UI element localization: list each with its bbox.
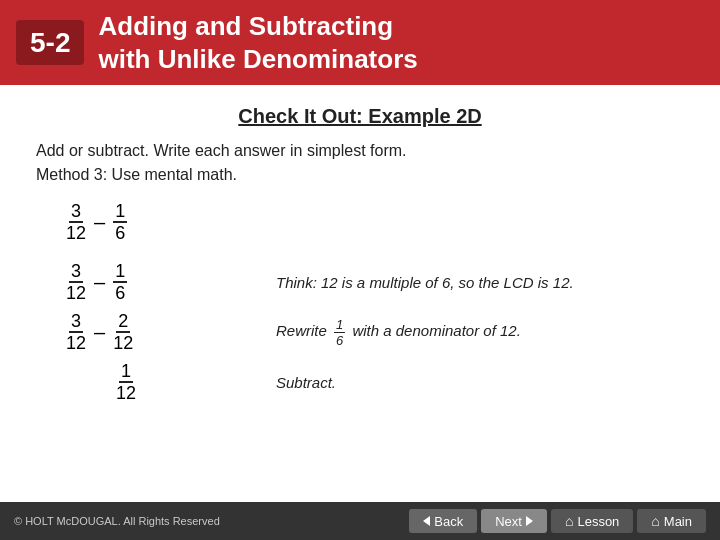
step-3-math: 1 12 bbox=[66, 362, 246, 402]
main-content: Check It Out: Example 2D Add or subtract… bbox=[0, 85, 720, 412]
main-button[interactable]: ⌂ Main bbox=[637, 509, 706, 533]
section-title: Check It Out: Example 2D bbox=[36, 105, 684, 128]
fraction-1: 3 12 bbox=[66, 202, 86, 242]
fraction-2: 1 6 bbox=[113, 202, 127, 242]
operator: – bbox=[94, 211, 105, 234]
step-2: 3 12 – 2 12 Rewrite 16 with a denominato… bbox=[66, 312, 684, 352]
step-3-explanation: Subtract. bbox=[276, 374, 684, 391]
step-1-math: 3 12 – 1 6 bbox=[66, 262, 246, 302]
problem-display: 3 12 – 1 6 bbox=[66, 202, 684, 242]
step-1-explanation: Think: 12 is a multiple of 6, so the LCD… bbox=[276, 274, 684, 291]
steps-container: 3 12 – 1 6 Think: 12 is a multiple of 6,… bbox=[66, 262, 684, 402]
next-arrow-icon bbox=[526, 516, 533, 526]
step-2-explanation: Rewrite 16 with a denominator of 12. bbox=[276, 317, 684, 348]
step-1: 3 12 – 1 6 Think: 12 is a multiple of 6,… bbox=[66, 262, 684, 302]
step3-frac1: 1 12 bbox=[116, 362, 136, 402]
step1-frac1: 3 12 bbox=[66, 262, 86, 302]
lesson-badge: 5-2 bbox=[16, 20, 84, 66]
step2-frac2: 2 12 bbox=[113, 312, 133, 352]
footer-buttons: Back Next ⌂ Lesson ⌂ Main bbox=[409, 509, 706, 533]
footer: © HOLT McDOUGAL. All Rights Reserved Bac… bbox=[0, 502, 720, 540]
instruction-text: Add or subtract. Write each answer in si… bbox=[36, 142, 684, 160]
lesson-button[interactable]: ⌂ Lesson bbox=[551, 509, 633, 533]
step-3: 1 12 Subtract. bbox=[66, 362, 684, 402]
lesson-home-icon: ⌂ bbox=[565, 513, 573, 529]
back-arrow-icon bbox=[423, 516, 430, 526]
copyright-text: © HOLT McDOUGAL. All Rights Reserved bbox=[14, 515, 220, 527]
step1-frac2: 1 6 bbox=[113, 262, 127, 302]
main-home-icon: ⌂ bbox=[651, 513, 659, 529]
header: 5-2 Adding and Subtracting with Unlike D… bbox=[0, 0, 720, 85]
step2-frac1: 3 12 bbox=[66, 312, 86, 352]
method-text: Method 3: Use mental math. bbox=[36, 166, 684, 184]
next-button[interactable]: Next bbox=[481, 509, 547, 533]
lesson-title: Adding and Subtracting with Unlike Denom… bbox=[98, 10, 417, 75]
step-2-math: 3 12 – 2 12 bbox=[66, 312, 246, 352]
back-button[interactable]: Back bbox=[409, 509, 477, 533]
